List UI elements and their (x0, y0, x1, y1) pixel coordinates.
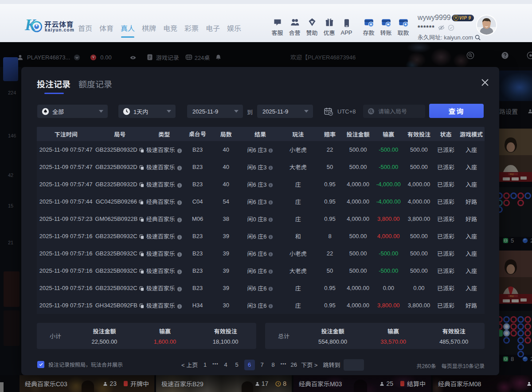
pagination-page[interactable]: 8 (270, 361, 277, 368)
username[interactable]: wywy9999 (418, 14, 451, 22)
avatar[interactable] (477, 16, 496, 35)
tab-bet-records[interactable]: 投注记录 (37, 78, 70, 94)
pagination-page[interactable]: 26 (290, 361, 297, 368)
pagination-prev[interactable]: < 上页 (181, 361, 198, 369)
tile-viewers: 17 (255, 380, 269, 387)
copy-icon[interactable] (139, 286, 145, 291)
pagination-page-active[interactable]: 6 (244, 360, 255, 370)
info-icon[interactable] (177, 235, 182, 240)
nav-item-4[interactable]: 电竞 (162, 20, 179, 38)
info-icon[interactable] (177, 183, 182, 188)
copy-icon[interactable] (139, 165, 145, 170)
jump-input[interactable] (344, 359, 364, 371)
copy-icon[interactable] (139, 234, 145, 239)
url-search[interactable] (474, 33, 481, 41)
result-info-icon[interactable] (268, 252, 273, 257)
bottom-table-tile[interactable]: 经典百家乐M08 (433, 375, 532, 392)
info-icon[interactable] (177, 148, 182, 153)
nav-item-2[interactable]: 真人 (119, 20, 136, 38)
nav-item-6[interactable]: 电子 (204, 20, 221, 38)
checkbox-checked-icon[interactable] (37, 361, 44, 368)
pagination-next[interactable]: 下页 > (301, 361, 317, 369)
column-header: 状态 (434, 130, 458, 138)
result-info-icon[interactable] (268, 200, 273, 205)
nav-item-5[interactable]: 彩票 (183, 20, 200, 38)
info-icon[interactable] (177, 165, 182, 171)
wallet-action-2[interactable]: 取款 (395, 17, 412, 37)
result-info-icon[interactable] (268, 217, 273, 222)
close-icon[interactable] (480, 78, 490, 87)
header-action-2[interactable]: 赞助 (303, 17, 321, 37)
bottom-table-tile[interactable]: 经典百家乐M0325结算中 (293, 375, 431, 392)
query-button[interactable]: 查询 (429, 104, 484, 118)
table-row[interactable]: 2025-11-09 07:57:16 GB2325B0932C 极速百家乐 B… (37, 262, 485, 279)
nav-item-0[interactable]: 首页 (77, 20, 94, 38)
cell-play: 庄 (280, 180, 316, 188)
result-info-icon[interactable] (268, 183, 273, 188)
result-info-icon[interactable] (268, 165, 273, 170)
category-select[interactable]: 全部 (37, 105, 108, 118)
nav-item-3[interactable]: 棋牌 (141, 20, 157, 38)
table-row[interactable]: 2025-11-09 07:57:47 GB2325B0932D 极速百家乐 B… (37, 158, 485, 176)
table-row[interactable]: 2025-11-09 07:57:15 GH3425B092FB 极速百家乐 H… (37, 297, 485, 314)
info-icon[interactable] (177, 217, 182, 223)
copy-icon[interactable] (139, 200, 144, 205)
toggle-balance[interactable] (438, 24, 445, 31)
info-icon[interactable] (177, 200, 182, 205)
range-select[interactable]: 1天内 (118, 105, 176, 118)
header-action-1[interactable]: 合营 (286, 17, 303, 37)
cell-status: 已派彩 (434, 284, 458, 292)
pagination-page[interactable]: 5 (233, 361, 241, 368)
date-to-select[interactable]: 2025-11-9 (257, 105, 313, 118)
wallet-action-0[interactable]: 存款 (360, 17, 377, 37)
info-icon[interactable] (177, 286, 182, 292)
pagination-page[interactable]: 1 (201, 361, 209, 368)
copy-icon[interactable] (139, 148, 145, 153)
pagination-ellipsis[interactable]: ••• (281, 361, 287, 366)
wallet-action-1[interactable]: 转账 (377, 17, 395, 37)
bottom-table-tile[interactable]: 经典百家乐C0323开牌中 (20, 375, 154, 392)
copy-icon[interactable] (139, 182, 145, 188)
pagination-page[interactable]: 7 (258, 361, 266, 368)
info-icon[interactable] (177, 252, 182, 257)
result-info-icon[interactable] (268, 304, 273, 309)
table-row[interactable]: 2025-11-09 07:57:47 GB2325B0932D 极速百家乐 B… (37, 141, 485, 158)
bottom-table-tile[interactable]: 极速百家乐B29178 (156, 375, 292, 392)
result-info-icon[interactable] (268, 148, 273, 153)
result-info-icon[interactable] (268, 235, 273, 239)
copy-icon[interactable] (139, 269, 145, 274)
info-icon[interactable] (177, 269, 182, 274)
refresh-balance[interactable] (448, 24, 454, 31)
table-row[interactable]: 2025-11-09 07:57:44 GC0425B09266 经典百家乐 C… (37, 193, 485, 210)
table-row[interactable]: 2025-11-09 07:57:16 GB2325B0932C 极速百家乐 B… (37, 227, 485, 245)
spade-icon (42, 108, 49, 115)
cell-game-mode: 入座 (458, 145, 485, 154)
header-action-3[interactable]: 优惠 (321, 17, 338, 37)
vip-badge[interactable]: VIP 9 (452, 15, 474, 21)
cell-odds: 0.95 (316, 181, 344, 188)
timezone[interactable]: UTC+8 (323, 107, 356, 116)
tab-quota-records[interactable]: 额度记录 (78, 78, 112, 94)
brand-logo[interactable]: K 开云体育 kaiyun.com (24, 4, 73, 42)
nav-item-7[interactable]: 娱乐 (226, 20, 243, 38)
table-row[interactable]: 2025-11-09 07:57:23 GM0625B0922B 经典百家乐 M… (37, 210, 485, 227)
pagination-page[interactable]: 4 (222, 361, 230, 368)
pagination-ellipsis[interactable]: ••• (212, 361, 219, 366)
total-winloss: 33,570.00 (363, 338, 424, 345)
copy-icon[interactable] (139, 251, 145, 257)
result-info-icon[interactable] (268, 269, 273, 274)
table-row[interactable]: 2025-11-09 07:57:16 GB2325B0932C 极速百家乐 B… (37, 245, 485, 262)
cell-game-mode: 入座 (458, 284, 485, 292)
copy-icon[interactable] (139, 303, 145, 309)
header-action-4[interactable]: APP (338, 18, 355, 36)
result-info-icon[interactable] (268, 286, 273, 291)
nav-item-1[interactable]: 体育 (98, 20, 115, 38)
merge-checkbox[interactable]: 投注记录按照局，玩法合并展示 (37, 361, 123, 368)
table-row[interactable]: 2025-11-09 07:57:16 GB2325B0932C 极速百家乐 B… (37, 279, 485, 297)
header-action-0[interactable]: 客服 (269, 17, 286, 37)
date-from-select[interactable]: 2025-11-9 (187, 105, 243, 118)
table-row[interactable]: 2025-11-09 07:57:47 GB2325B0932D 极速百家乐 B… (37, 176, 485, 193)
copy-icon[interactable] (139, 217, 145, 222)
round-search-input[interactable] (378, 108, 422, 115)
info-icon[interactable] (177, 304, 182, 309)
